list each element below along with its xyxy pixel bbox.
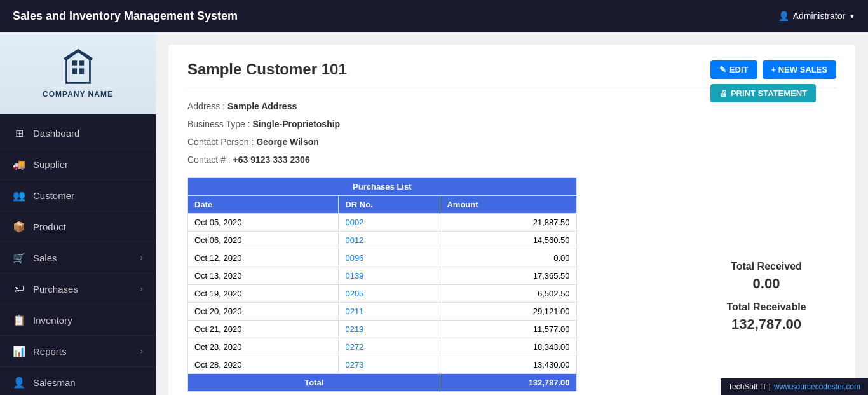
user-name: Administrator (793, 11, 845, 21)
navbar: Sales and Inventory Management System 👤 … (0, 0, 868, 32)
cell-dr[interactable]: 0273 (339, 356, 440, 374)
col-date: Date (188, 196, 339, 214)
dashboard-icon: ⊞ (13, 127, 25, 139)
customer-detail-card: Sample Customer 101 Address : Sample Add… (168, 45, 855, 395)
cell-date: Oct 12, 2020 (188, 249, 339, 267)
cell-amount: 29,121.00 (440, 303, 576, 321)
sidebar-item-product[interactable]: 📦 Product (0, 211, 156, 242)
cell-date: Oct 21, 2020 (188, 321, 339, 338)
address-value: Sample Address (227, 101, 297, 111)
print-label: PRINT STATEMENT (731, 88, 807, 98)
table-title: Purchases List (188, 178, 577, 196)
salesman-icon: 👤 (13, 376, 25, 389)
col-dr-no: DR No. (339, 196, 440, 214)
print-statement-button[interactable]: 🖨 PRINT STATEMENT (710, 84, 816, 102)
svg-rect-4 (79, 60, 83, 65)
user-icon: 👤 (778, 11, 789, 21)
sidebar-item-customer[interactable]: 👥 Customer (0, 180, 156, 211)
cell-dr[interactable]: 0219 (339, 321, 440, 338)
chevron-down-icon: ▼ (849, 13, 855, 20)
bottom-action-row: 🖨 PRINT STATEMENT (710, 84, 836, 102)
navbar-user[interactable]: 👤 Administrator ▼ (778, 11, 855, 21)
purchases-icon: 🏷 (13, 282, 25, 295)
svg-rect-2 (79, 68, 83, 74)
sidebar-item-dashboard[interactable]: ⊞ Dashboard (0, 118, 156, 149)
sidebar-item-label: Sales (33, 253, 57, 263)
sidebar-item-label: Reports (33, 346, 67, 357)
cell-date: Oct 13, 2020 (188, 267, 339, 285)
receivable-value: 132,787.00 (696, 316, 836, 333)
footer-text: TechSoft IT | (728, 382, 771, 391)
contact-person-row: Contact Person : George Wilson (187, 137, 836, 147)
contact-num-value: +63 9123 333 2306 (233, 155, 310, 165)
cell-date: Oct 28, 2020 (188, 338, 339, 356)
sidebar-logo: COMPANY NAME (0, 32, 156, 114)
table-row: Oct 13, 2020 0139 17,365.50 (188, 267, 577, 285)
footer-bar: TechSoft IT | www.sourcecodester.com (721, 378, 868, 395)
sidebar-item-supplier[interactable]: 🚚 Supplier (0, 149, 156, 180)
purchases-table: Purchases List Date DR No. Amount Oct 05… (187, 177, 577, 392)
sales-icon: 🛒 (13, 251, 25, 264)
cell-amount: 0.00 (440, 249, 576, 267)
product-icon: 📦 (13, 220, 25, 233)
table-col-headers: Date DR No. Amount (188, 196, 577, 214)
cell-amount: 21,887.50 (440, 214, 576, 232)
supplier-icon: 🚚 (13, 158, 25, 170)
table-title-row: Purchases List (188, 178, 577, 196)
cell-dr[interactable]: 0205 (339, 285, 440, 303)
sidebar-item-purchases[interactable]: 🏷 Purchases › (0, 274, 156, 305)
sidebar-item-salesman[interactable]: 👤 Salesman (0, 367, 156, 395)
cell-dr[interactable]: 0002 (339, 214, 440, 232)
edit-button[interactable]: ✎ EDIT (710, 60, 757, 79)
sidebar-item-label: Product (33, 221, 66, 232)
address-label: Address (187, 101, 220, 111)
svg-rect-1 (72, 68, 76, 74)
cell-date: Oct 19, 2020 (188, 285, 339, 303)
address-row: Address : Sample Address (187, 101, 836, 111)
chevron-right-icon: › (140, 347, 143, 356)
cell-dr[interactable]: 0012 (339, 232, 440, 249)
sidebar-item-inventory[interactable]: 📋 Inventory (0, 305, 156, 336)
table-row: Oct 28, 2020 0273 13,430.00 (188, 356, 577, 374)
logo-content: COMPANY NAME (43, 48, 113, 99)
summary-section: Total Received 0.00 Total Receivable 132… (696, 261, 836, 342)
print-icon: 🖨 (719, 88, 728, 98)
customer-icon: 👥 (13, 189, 25, 202)
footer-link[interactable]: www.sourcecodester.com (774, 382, 860, 391)
cell-dr[interactable]: 0272 (339, 338, 440, 356)
cell-date: Oct 20, 2020 (188, 303, 339, 321)
svg-rect-3 (72, 60, 76, 65)
cell-date: Oct 05, 2020 (188, 214, 339, 232)
sidebar-item-label: Inventory (33, 315, 72, 326)
cell-date: Oct 28, 2020 (188, 356, 339, 374)
table-row: Oct 12, 2020 0096 0.00 (188, 249, 577, 267)
sidebar-item-label: Salesman (33, 377, 76, 388)
action-buttons: ✎ EDIT + NEW SALES 🖨 PRINT STATEMENT (710, 60, 836, 102)
table-total-row: Total 132,787.00 (188, 374, 577, 392)
table-row: Oct 21, 2020 0219 11,577.00 (188, 321, 577, 338)
sidebar-nav: ⊞ Dashboard 🚚 Supplier 👥 Customer (0, 114, 156, 395)
sidebar-item-label: Customer (33, 190, 74, 201)
contact-person-value: George Wilson (256, 137, 319, 147)
main-layout: COMPANY NAME ⊞ Dashboard 🚚 Supplier (0, 32, 868, 395)
total-label: Total (188, 374, 440, 392)
new-sales-button[interactable]: + NEW SALES (763, 60, 837, 79)
business-type-row: Business Type : Single-Proprietoship (187, 119, 836, 129)
inventory-icon: 📋 (13, 314, 25, 326)
cell-amount: 11,577.00 (440, 321, 576, 338)
sidebar-item-label: Supplier (33, 159, 68, 170)
company-logo-icon (59, 48, 97, 86)
sidebar-item-reports[interactable]: 📊 Reports › (0, 336, 156, 367)
cell-dr[interactable]: 0139 (339, 267, 440, 285)
edit-label: EDIT (729, 65, 749, 74)
table-section: Purchases List Date DR No. Amount Oct 05… (187, 177, 836, 392)
sidebar-item-sales[interactable]: 🛒 Sales › (0, 242, 156, 274)
table-row: Oct 19, 2020 0205 6,502.50 (188, 285, 577, 303)
customer-info: Address : Sample Address Business Type :… (187, 101, 836, 165)
content-area: Sample Customer 101 Address : Sample Add… (156, 32, 868, 395)
company-name: COMPANY NAME (43, 90, 113, 99)
table-row: Oct 20, 2020 0211 29,121.00 (188, 303, 577, 321)
col-amount: Amount (440, 196, 576, 214)
cell-dr[interactable]: 0096 (339, 249, 440, 267)
cell-dr[interactable]: 0211 (339, 303, 440, 321)
